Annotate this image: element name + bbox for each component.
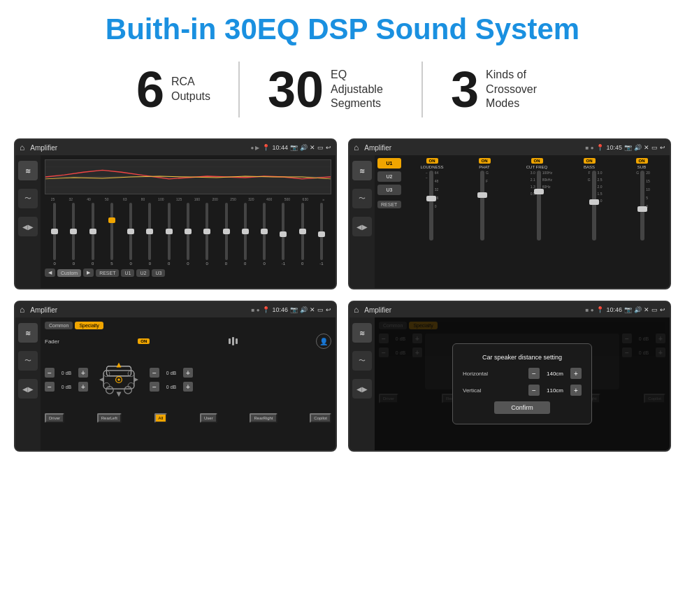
fader-tab-specialty[interactable]: Specialty — [75, 322, 103, 329]
cross-loudness: ON LOUDNESS ~ ~ 644832160 — [407, 158, 457, 285]
dialog-sidebar-btn-1[interactable]: ≋ — [352, 323, 372, 343]
cross-cutfreq: ON CUT FREQ 3.02.11.30.5 100Hz80kHz60Hz — [512, 158, 562, 285]
eq-slider-9[interactable]: 0 — [217, 203, 234, 266]
speaker-layout: − 0 dB + − 0 dB + — [45, 352, 331, 408]
vol-plus-fr[interactable]: + — [183, 368, 193, 378]
cross-reset-btn[interactable]: RESET — [377, 201, 401, 208]
topbar-title-fader: Amplifier — [30, 306, 248, 314]
fader-profile-icon[interactable]: 👤 — [316, 334, 331, 349]
eq-prev-btn[interactable]: ◀ — [45, 268, 55, 277]
sub-slider-area: G 20151050 — [633, 171, 650, 234]
volume-icon-eq: 🔊 — [300, 144, 308, 151]
back-icon-cross[interactable]: ↩ — [660, 144, 665, 151]
camera-icon-dialog: 📷 — [624, 306, 632, 313]
vol-minus-rl[interactable]: − — [45, 382, 55, 392]
eq-slider-8[interactable]: 0 — [199, 203, 215, 266]
eq-slider-14[interactable]: -1 — [313, 203, 330, 266]
vol-minus-fl[interactable]: − — [45, 368, 55, 378]
loudness-slider-area: ~ ~ 644832160 — [426, 171, 438, 234]
eq-sidebar-btn-3[interactable]: ◀▶ — [18, 217, 38, 236]
cross-sliders: ON LOUDNESS ~ ~ 644832160 — [404, 155, 670, 288]
fader-header: Fader ON 👤 — [45, 334, 331, 349]
eq-slider-6[interactable]: 0 — [161, 203, 178, 266]
cutfreq-slider[interactable] — [537, 171, 541, 241]
eq-slider-0[interactable]: 0 — [46, 203, 63, 266]
eq-slider-11[interactable]: 0 — [256, 203, 273, 266]
eq-slider-2[interactable]: 0 — [85, 203, 101, 266]
car-diagram — [91, 352, 147, 408]
eq-u1-btn[interactable]: U1 — [121, 269, 134, 277]
rearRight-btn[interactable]: RearRight — [250, 413, 277, 423]
eq-play-btn[interactable]: ▶ — [83, 268, 94, 277]
speaker-ctrl-rr: − 0 dB + — [150, 382, 193, 392]
dialog-vertical-plus[interactable]: + — [570, 385, 582, 396]
fader-sidebar-btn-2[interactable]: 〜 — [18, 351, 38, 371]
stat-number-eq: 30 — [268, 64, 324, 115]
eq-reset-btn[interactable]: RESET — [96, 269, 119, 277]
fader-sidebar-btn-1[interactable]: ≋ — [18, 323, 38, 343]
vol-plus-rl[interactable]: + — [78, 382, 88, 392]
eq-slider-3[interactable]: 5 — [103, 203, 120, 266]
pin-icon-eq: 📍 — [262, 144, 270, 151]
back-icon-eq[interactable]: ↩ — [326, 144, 331, 151]
eq-sidebar-btn-2[interactable]: 〜 — [18, 189, 38, 208]
vol-label-rr: 0 dB — [161, 385, 181, 389]
eq-slider-7[interactable]: 0 — [180, 203, 196, 266]
loudness-on-badge[interactable]: ON — [426, 158, 438, 164]
dialog-horizontal-plus[interactable]: + — [570, 368, 582, 379]
eq-sidebar-btn-1[interactable]: ≋ — [18, 161, 38, 180]
cross-sidebar-btn-1[interactable]: ≋ — [352, 161, 372, 180]
vol-minus-fr[interactable]: − — [150, 368, 159, 378]
back-icon-fader[interactable]: ↩ — [326, 306, 331, 313]
eq-slider-12[interactable]: -1 — [275, 203, 291, 266]
phat-slider[interactable] — [480, 171, 484, 241]
sub-on-badge[interactable]: ON — [636, 158, 648, 164]
cutfreq-on-badge[interactable]: ON — [531, 158, 543, 164]
fader-bars — [229, 337, 238, 345]
fader-sidebar-btn-3[interactable]: ◀▶ — [18, 379, 38, 399]
eq-slider-5[interactable]: 0 — [141, 203, 158, 266]
bass-on-badge[interactable]: ON — [584, 158, 596, 164]
bass-slider[interactable] — [592, 171, 596, 241]
cross-sidebar-btn-2[interactable]: 〜 — [352, 189, 372, 208]
home-icon-fader[interactable]: ⌂ — [20, 305, 24, 315]
volume-icon-fader: 🔊 — [300, 306, 308, 313]
dialog-sidebar-btn-2[interactable]: 〜 — [352, 351, 372, 371]
eq-slider-10[interactable]: 0 — [237, 203, 254, 266]
home-icon-dialog[interactable]: ⌂ — [354, 305, 359, 315]
eq-u2-btn[interactable]: U2 — [136, 269, 150, 277]
eq-u3-btn[interactable]: U3 — [152, 269, 165, 277]
vol-plus-fl[interactable]: + — [78, 368, 88, 378]
cross-sidebar-btn-3[interactable]: ◀▶ — [352, 217, 372, 236]
eq-slider-1[interactable]: 0 — [65, 203, 82, 266]
copilot-btn[interactable]: Copilot — [310, 413, 331, 423]
dialog-horizontal-minus[interactable]: − — [528, 368, 540, 379]
loudness-slider[interactable] — [429, 171, 433, 241]
topbar-title-cross: Amplifier — [364, 144, 582, 152]
user-btn[interactable]: User — [200, 413, 217, 423]
preset-u3[interactable]: U3 — [377, 185, 401, 195]
dialog-confirm-btn[interactable]: Confirm — [494, 401, 550, 414]
back-icon-dialog[interactable]: ↩ — [660, 306, 665, 313]
speaker-ctrl-rl: − 0 dB + — [45, 382, 88, 392]
dialog-vertical-minus[interactable]: − — [528, 385, 540, 396]
fader-on-badge[interactable]: ON — [138, 338, 150, 344]
eq-slider-4[interactable]: 0 — [122, 203, 139, 266]
vol-minus-rr[interactable]: − — [150, 382, 159, 392]
preset-u1[interactable]: U1 — [377, 158, 401, 169]
volume-icon-cross: 🔊 — [634, 144, 642, 151]
preset-u2[interactable]: U2 — [377, 171, 401, 182]
all-btn[interactable]: All — [154, 413, 168, 423]
fader-tab-common[interactable]: Common — [45, 322, 73, 329]
dialog-sidebar-btn-3[interactable]: ◀▶ — [352, 379, 372, 399]
home-icon-eq[interactable]: ⌂ — [20, 143, 24, 152]
vol-plus-rr[interactable]: + — [183, 382, 193, 392]
eq-custom-btn[interactable]: Custom — [57, 269, 81, 277]
home-icon-cross[interactable]: ⌂ — [354, 143, 359, 152]
time-dialog: 10:46 — [606, 306, 622, 313]
sub-slider[interactable] — [640, 171, 644, 241]
phat-on-badge[interactable]: ON — [479, 158, 491, 164]
rearLeft-btn[interactable]: RearLeft — [97, 413, 122, 423]
eq-slider-13[interactable]: 0 — [294, 203, 310, 266]
driver-btn[interactable]: Driver — [45, 413, 64, 423]
